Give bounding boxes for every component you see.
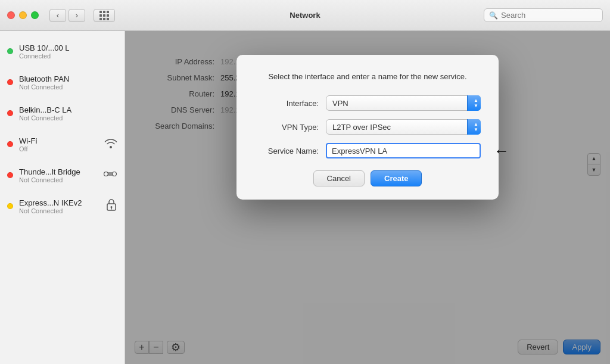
status-dot-green bbox=[7, 48, 13, 54]
status-dot-red bbox=[7, 79, 13, 85]
svg-point-1 bbox=[113, 172, 117, 176]
sidebar-item-status: Not Connected bbox=[19, 114, 117, 122]
service-name-row: Service Name: ← bbox=[254, 143, 481, 158]
sidebar-item-status: Not Connected bbox=[19, 176, 97, 183]
bridge-icon bbox=[103, 169, 117, 182]
sidebar-item-name: Belkin...B-C LA bbox=[19, 105, 117, 114]
svg-point-0 bbox=[104, 172, 108, 176]
modal-buttons: Cancel Create bbox=[254, 170, 481, 186]
sidebar-item-info: Thunde...lt Bridge Not Connected bbox=[19, 167, 97, 183]
vpn-type-row: VPN Type: L2TP over IPSec PPTP IKEv2 Cis… bbox=[254, 119, 481, 135]
sidebar-item-wifi[interactable]: Wi-Fi Off bbox=[0, 129, 125, 160]
sidebar-item-name: USB 10/...00 L bbox=[19, 43, 117, 52]
status-dot-red bbox=[7, 110, 13, 116]
status-dot-yellow bbox=[7, 203, 13, 209]
maximize-button[interactable] bbox=[31, 11, 39, 19]
traffic-lights bbox=[7, 11, 39, 19]
create-button[interactable]: Create bbox=[371, 170, 422, 186]
sidebar-item-name: Thunde...lt Bridge bbox=[19, 167, 97, 176]
modal-dialog: Select the interface and enter a name fo… bbox=[236, 55, 499, 200]
vpn-type-select-wrapper: L2TP over IPSec PPTP IKEv2 Cisco IPSec ▲… bbox=[326, 119, 481, 135]
sidebar-item-status: Off bbox=[19, 145, 98, 153]
nav-buttons: ‹ › bbox=[49, 9, 85, 22]
sidebar-item-name: Wi-Fi bbox=[19, 136, 98, 145]
wifi-icon bbox=[104, 138, 117, 151]
sidebar-item-info: Wi-Fi Off bbox=[19, 136, 98, 153]
close-button[interactable] bbox=[7, 11, 15, 19]
sidebar-item-info: Belkin...B-C LA Not Connected bbox=[19, 105, 117, 122]
vpn-type-select[interactable]: L2TP over IPSec PPTP IKEv2 Cisco IPSec bbox=[326, 119, 481, 135]
lock-icon bbox=[105, 198, 117, 214]
interface-select[interactable]: VPN Wi-Fi Ethernet bbox=[326, 95, 481, 111]
service-name-label: Service Name: bbox=[254, 147, 326, 155]
sidebar-item-thunderbolt[interactable]: Thunde...lt Bridge Not Connected bbox=[0, 160, 125, 191]
minimize-button[interactable] bbox=[19, 11, 27, 19]
sidebar-item-belkin[interactable]: Belkin...B-C LA Not Connected bbox=[0, 98, 125, 129]
sidebar-item-info: USB 10/...00 L Connected bbox=[19, 43, 117, 60]
grid-icon bbox=[99, 11, 109, 20]
sidebar-item-bluetooth[interactable]: Bluetooth PAN Not Connected bbox=[0, 67, 125, 98]
sidebar-item-status: Not Connected bbox=[19, 83, 117, 91]
status-dot-red bbox=[7, 141, 13, 147]
forward-button[interactable]: › bbox=[69, 9, 85, 22]
sidebar-item-info: Express...N IKEv2 Not Connected bbox=[19, 198, 99, 214]
window-title: Network bbox=[290, 11, 320, 20]
sidebar-item-expressvpn[interactable]: Express...N IKEv2 Not Connected bbox=[0, 191, 125, 222]
interface-label: Interface: bbox=[254, 99, 326, 108]
sidebar-item-status: Connected bbox=[19, 52, 117, 60]
back-button[interactable]: ‹ bbox=[49, 9, 66, 22]
sidebar-item-info: Bluetooth PAN Not Connected bbox=[19, 74, 117, 91]
search-input[interactable] bbox=[501, 11, 597, 20]
status-dot-red bbox=[7, 172, 13, 178]
cancel-button[interactable]: Cancel bbox=[313, 170, 365, 186]
sidebar-item-name: Express...N IKEv2 bbox=[19, 198, 99, 207]
sidebar: USB 10/...00 L Connected Bluetooth PAN N… bbox=[0, 31, 125, 364]
arrow-indicator: ← bbox=[494, 142, 509, 160]
sidebar-item-status: Not Connected bbox=[19, 207, 99, 214]
grid-view-button[interactable] bbox=[94, 9, 115, 22]
interface-select-wrapper: VPN Wi-Fi Ethernet ▲ ▼ bbox=[326, 95, 481, 111]
interface-row: Interface: VPN Wi-Fi Ethernet ▲ ▼ bbox=[254, 95, 481, 111]
vpn-type-label: VPN Type: bbox=[254, 123, 326, 132]
search-icon: 🔍 bbox=[489, 11, 498, 20]
modal-description: Select the interface and enter a name fo… bbox=[254, 71, 481, 82]
titlebar: ‹ › Network 🔍 bbox=[0, 0, 610, 31]
modal-overlay: Select the interface and enter a name fo… bbox=[125, 31, 610, 364]
main-content: USB 10/...00 L Connected Bluetooth PAN N… bbox=[0, 31, 610, 364]
sidebar-item-usb[interactable]: USB 10/...00 L Connected bbox=[0, 36, 125, 67]
sidebar-item-name: Bluetooth PAN bbox=[19, 74, 117, 83]
right-panel: IP Address: 192.168.1.104 Subnet Mask: 2… bbox=[125, 31, 610, 364]
service-name-input[interactable] bbox=[326, 143, 481, 158]
search-bar: 🔍 bbox=[484, 8, 603, 22]
